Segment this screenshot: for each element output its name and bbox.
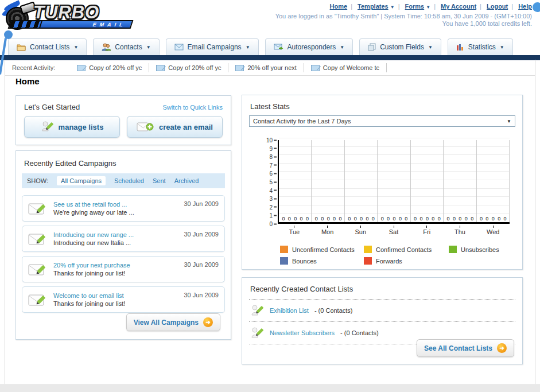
campaign-subject: Introducing our new Italia ...: [53, 239, 178, 247]
contact-list-link[interactable]: Exhibition List: [270, 307, 309, 314]
legend-swatch: [449, 246, 457, 253]
filter-scheduled[interactable]: Scheduled: [114, 177, 144, 184]
campaign-link[interactable]: Welcome to our email list: [53, 292, 178, 300]
recent-activity-item[interactable]: 20% off your next: [228, 63, 304, 72]
main-nav-tabs: Contact Lists▼ Contacts▼ Email Campaigns…: [8, 38, 513, 55]
x-axis-label: Wed: [476, 226, 510, 235]
recent-campaigns-panel: Recently Edited Campaigns SHOW: All Camp…: [15, 150, 231, 340]
tab-contact-lists[interactable]: Contact Lists▼: [8, 38, 87, 55]
get-started-panel: Let's Get Started Switch to Quick Links …: [15, 95, 231, 145]
envelope-icon: [77, 65, 86, 71]
tab-autoresponders[interactable]: Autoresponders▼: [265, 38, 353, 55]
nav-link-logout[interactable]: Logout: [487, 3, 508, 10]
campaign-subject: Thanks for joining our list!: [53, 300, 178, 308]
recent-activity-label: Recent Activity:: [12, 64, 55, 71]
latest-stats-title: Latest Stats: [242, 95, 522, 115]
content-frame-right: [535, 60, 535, 384]
chevron-down-icon: ▼: [500, 45, 504, 50]
x-axis-label: Tue: [278, 226, 311, 235]
contact-list-link[interactable]: Newsletter Subscribers: [270, 329, 335, 336]
contacts-icon: [102, 43, 111, 51]
x-axis-label: Thu: [444, 226, 477, 235]
folder-icon: [17, 43, 26, 51]
button-label: create an email: [159, 123, 213, 131]
recent-campaigns-title: Recently Edited Campaigns: [16, 151, 231, 173]
logo-banner: EMAIL: [30, 20, 134, 29]
x-axis-label: Sun: [344, 226, 377, 235]
app-screen: TURBO EMAIL Home| Templates ▼| Forms ▼| …: [0, 0, 540, 392]
chart-legend: Unconfirmed Contacts Confirmed Contacts …: [280, 246, 499, 265]
legend-item: Forwards: [364, 257, 449, 265]
chevron-down-icon: ▼: [507, 119, 511, 124]
recent-activity-item[interactable]: Copy of 20% off yc: [149, 63, 228, 72]
filter-all-campaigns[interactable]: All Campaigns: [57, 176, 106, 185]
contact-activity-chart: 012345678910 000000000000000000000000000…: [259, 140, 512, 240]
envelope-pencil-icon: [28, 262, 48, 277]
contact-list-rows: Exhibition List - (0 Contacts) Newslette…: [249, 299, 515, 344]
campaign-link[interactable]: 20% off your next purchase: [53, 261, 178, 269]
chevron-down-icon: ▼: [146, 45, 151, 50]
tab-label: Email Campaigns: [188, 43, 242, 51]
legend-item: Confirmed Contacts: [364, 246, 449, 253]
chart-x-axis: TueMonSunSatFriThuWed: [278, 226, 510, 235]
manage-lists-button[interactable]: manage lists: [24, 116, 120, 138]
campaign-row[interactable]: Welcome to our email listThanks for join…: [22, 286, 225, 313]
chevron-down-icon: ▼: [426, 5, 430, 10]
legend-swatch: [280, 257, 288, 265]
envelope-plus-icon: [137, 121, 154, 133]
contact-list-count: - (0 Contacts): [314, 307, 353, 314]
recent-activity-item[interactable]: Copy of 20% off yc: [70, 63, 149, 72]
campaign-filter-bar: SHOW: All Campaigns Scheduled Sent Archi…: [22, 173, 225, 188]
recent-activity-item[interactable]: Copy of Welcome tc: [304, 63, 387, 72]
tab-statistics[interactable]: Statistics▼: [448, 38, 513, 55]
nav-link-templates[interactable]: Templates: [358, 3, 389, 10]
contact-list-row[interactable]: Exhibition List - (0 Contacts): [249, 300, 515, 322]
campaign-subject: We're giving away our late ...: [53, 208, 178, 216]
person-pencil-icon: [250, 304, 264, 317]
help-bubble-icon[interactable]: [533, 2, 540, 12]
nav-link-my-account[interactable]: My Account: [441, 3, 476, 10]
filter-archived[interactable]: Archived: [174, 177, 199, 184]
recent-contact-lists-panel: Recently Created Contact Lists Exhibitio…: [242, 277, 523, 364]
campaign-list: See us at the retail food ...We're givin…: [16, 188, 231, 313]
tab-custom-fields[interactable]: Custom Fields▼: [359, 38, 441, 55]
tab-email-campaigns[interactable]: Email Campaigns▼: [166, 38, 259, 55]
recent-activity-bar: Recent Activity: Copy of 20% off yc Copy…: [5, 60, 535, 76]
legend-swatch: [364, 257, 372, 265]
login-info: You are logged in as "Timothy Smith" | S…: [275, 13, 532, 20]
switch-quick-links-link[interactable]: Switch to Quick Links: [162, 104, 223, 111]
contact-list-count: - (0 Contacts): [340, 329, 379, 336]
content-frame-left: [5, 60, 5, 384]
nav-link-home[interactable]: Home: [330, 3, 348, 10]
legend-item: Unsubscribes: [449, 246, 499, 253]
nav-link-forms[interactable]: Forms: [405, 3, 425, 10]
campaign-link[interactable]: Introducing our new range ...: [53, 231, 178, 239]
view-all-campaigns-button[interactable]: View All Campaigns ➜: [126, 313, 220, 331]
logo-subtitle: EMAIL: [92, 22, 127, 28]
chevron-down-icon: ▼: [340, 45, 344, 50]
legend-item: Unconfirmed Contacts: [280, 246, 364, 253]
filter-sent[interactable]: Sent: [153, 177, 166, 184]
chart-value-labels: 00000000000000000000000000000000000: [279, 216, 510, 222]
create-email-button[interactable]: create an email: [127, 116, 223, 138]
tab-contacts[interactable]: Contacts▼: [93, 38, 159, 55]
see-all-contact-lists-button[interactable]: See All Contact Lists ➜: [417, 339, 514, 357]
campaign-row[interactable]: 20% off your next purchaseThanks for joi…: [22, 256, 225, 282]
campaign-date: 30 Jun 2009: [184, 200, 219, 207]
person-pencil-icon: [41, 121, 53, 133]
envelope-icon: [174, 44, 184, 51]
chevron-down-icon: ▼: [428, 45, 433, 50]
pages-icon: [368, 43, 376, 51]
latest-stats-panel: Latest Stats Contact Activity for the La…: [242, 95, 523, 270]
button-label: manage lists: [59, 123, 104, 131]
stats-period-select[interactable]: Contact Activity for the Last 7 Days ▼: [249, 115, 515, 127]
recent-contact-lists-title: Recently Created Contact Lists: [242, 278, 522, 299]
x-axis-label: Mon: [311, 226, 344, 235]
campaign-link[interactable]: See us at the retail food ...: [53, 200, 178, 208]
person-pencil-icon: [250, 326, 264, 340]
nav-link-help[interactable]: Help: [518, 3, 532, 10]
campaign-row[interactable]: Introducing our new range ...Introducing…: [22, 226, 225, 252]
campaign-row[interactable]: See us at the retail food ...We're givin…: [22, 195, 225, 222]
logo-stripes-decoration: [8, 20, 43, 29]
legend-item: Bounces: [280, 257, 364, 265]
